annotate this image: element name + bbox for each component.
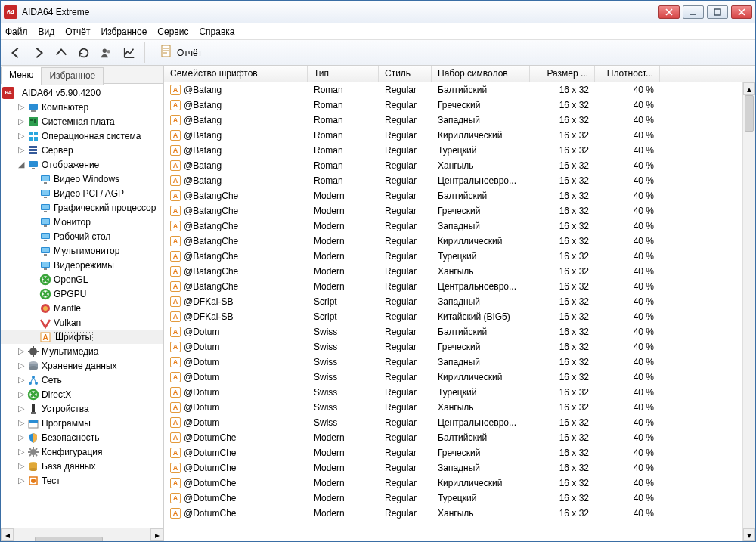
tree-item[interactable]: ▷Операционная система <box>1 129 163 143</box>
expand-icon[interactable]: ▷ <box>16 432 26 442</box>
table-row[interactable]: A@DFKai-SBScriptRegularКитайский (BIG5)1… <box>164 309 755 324</box>
expand-icon[interactable]: ▷ <box>16 389 26 399</box>
up-button[interactable] <box>51 42 72 63</box>
expand-icon[interactable]: ▷ <box>16 145 26 155</box>
table-row[interactable]: A@BatangRomanRegularЦентральноевро...16 … <box>164 173 755 188</box>
table-row[interactable]: A@DotumSwissRegularГреческий16 x 3240 % <box>164 339 755 355</box>
users-button[interactable] <box>96 42 117 63</box>
table-row[interactable]: A@BatangCheModernRegularТурецкий16 x 324… <box>164 249 755 264</box>
tree-item[interactable]: ◢Отображение <box>1 157 163 172</box>
table-row[interactable]: A@BatangRomanRegularХангыль16 x 3240 % <box>164 158 755 173</box>
expand-icon[interactable]: ▷ <box>16 131 26 141</box>
tree-root[interactable]: 64AIDA64 v5.90.4200 <box>1 85 163 100</box>
menu-tools[interactable]: Сервис <box>157 26 188 37</box>
table-row[interactable]: A@BatangCheModernRegularГреческий16 x 32… <box>164 203 755 218</box>
col-density[interactable]: Плотност... <box>595 66 660 82</box>
col-family[interactable]: Семейство шрифтов <box>164 66 308 82</box>
grid-vertical-scrollbar[interactable]: ▴ ▾ <box>742 82 755 541</box>
tree-item[interactable]: Рабочий стол <box>1 229 163 243</box>
chart-button[interactable] <box>119 42 140 63</box>
table-row[interactable]: A@DotumSwissRegularКириллический16 x 324… <box>164 370 755 385</box>
table-row[interactable]: A@DotumCheModernRegularБалтийский16 x 32… <box>164 430 755 445</box>
tree-item[interactable]: GPGPU <box>1 286 163 301</box>
tree-item[interactable]: ▷Системная плата <box>1 114 163 129</box>
tree-item[interactable]: Мультимонитор <box>1 243 163 258</box>
table-row[interactable]: A@BatangCheModernRegularКириллический16 … <box>164 234 755 249</box>
table-row[interactable]: A@DotumCheModernRegularГреческий16 x 324… <box>164 445 755 460</box>
tab-favorites[interactable]: Избранное <box>41 67 104 85</box>
tree-item[interactable]: ▷Безопасность <box>1 430 163 444</box>
tree-item[interactable]: ▷Конфигурация <box>1 444 163 459</box>
report-button[interactable]: Отчёт <box>153 42 209 63</box>
back-button[interactable] <box>5 42 26 63</box>
tree-horizontal-scrollbar[interactable]: ◂ ▸ <box>1 528 163 541</box>
close-secondary-button[interactable] <box>658 5 680 19</box>
table-row[interactable]: A@DotumSwissRegularБалтийский16 x 3240 % <box>164 324 755 339</box>
table-row[interactable]: A@DotumCheModernRegularКириллический16 x… <box>164 475 755 491</box>
expand-icon[interactable]: ▷ <box>16 102 26 112</box>
col-size[interactable]: Размер ... <box>530 66 595 82</box>
table-row[interactable]: A@DotumSwissRegularЦентральноевро...16 x… <box>164 415 755 430</box>
navigation-tree[interactable]: 64AIDA64 v5.90.4200▷Компьютер▷Системная … <box>1 84 163 528</box>
table-row[interactable]: A@BatangCheModernRegularБалтийский16 x 3… <box>164 188 755 203</box>
tree-item[interactable]: OpenGL <box>1 272 163 286</box>
col-type[interactable]: Тип <box>308 66 379 82</box>
menu-favorites[interactable]: Избранное <box>101 26 147 37</box>
tree-item[interactable]: ▷Тест <box>1 473 163 488</box>
tree-item[interactable]: ▷Программы <box>1 416 163 430</box>
scroll-down-icon[interactable]: ▾ <box>743 528 755 541</box>
col-charset[interactable]: Набор символов <box>432 66 530 82</box>
menu-report[interactable]: Отчёт <box>65 26 90 37</box>
tree-item[interactable]: ▷Сервер <box>1 143 163 157</box>
forward-button[interactable] <box>28 42 49 63</box>
table-row[interactable]: A@DotumSwissRegularЗападный16 x 3240 % <box>164 355 755 370</box>
expand-icon[interactable]: ▷ <box>16 447 26 457</box>
scroll-up-icon[interactable]: ▴ <box>743 82 755 95</box>
table-row[interactable]: A@BatangRomanRegularБалтийский16 x 3240 … <box>164 82 755 98</box>
expand-icon[interactable]: ▷ <box>16 461 26 471</box>
table-row[interactable]: A@BatangRomanRegularЗападный16 x 3240 % <box>164 113 755 128</box>
expand-icon[interactable]: ▷ <box>16 116 26 126</box>
table-row[interactable]: A@BatangRomanRegularТурецкий16 x 3240 % <box>164 143 755 158</box>
col-style[interactable]: Стиль <box>379 66 432 82</box>
table-row[interactable]: A@DotumCheModernRegularТурецкий16 x 3240… <box>164 491 755 506</box>
tree-item[interactable]: ▷Устройства <box>1 401 163 416</box>
tree-item[interactable]: ▷Сеть <box>1 373 163 387</box>
refresh-button[interactable] <box>73 42 94 63</box>
scroll-left-icon[interactable]: ◂ <box>1 528 14 541</box>
expand-icon[interactable]: ▷ <box>16 418 26 428</box>
scrollbar-thumb[interactable] <box>745 95 754 132</box>
table-row[interactable]: A@DFKai-SBScriptRegularЗападный16 x 3240… <box>164 294 755 309</box>
expand-icon[interactable]: ▷ <box>16 375 26 385</box>
table-row[interactable]: A@DotumSwissRegularХангыль16 x 3240 % <box>164 400 755 415</box>
table-row[interactable]: A@BatangCheModernRegularХангыль16 x 3240… <box>164 264 755 279</box>
maximize-button[interactable] <box>707 5 728 19</box>
expand-icon[interactable]: ▷ <box>16 404 26 413</box>
table-row[interactable]: A@BatangCheModernRegularЗападный16 x 324… <box>164 218 755 234</box>
tree-item[interactable]: Графический процессор <box>1 200 163 215</box>
table-row[interactable]: A@BatangRomanRegularГреческий16 x 3240 % <box>164 98 755 113</box>
expand-icon[interactable]: ▷ <box>16 361 26 370</box>
menu-file[interactable]: Файл <box>5 26 28 37</box>
tree-item[interactable]: ▷DirectX <box>1 387 163 401</box>
table-row[interactable]: A@DotumSwissRegularТурецкий16 x 3240 % <box>164 385 755 400</box>
tree-item[interactable]: ▷Хранение данных <box>1 358 163 373</box>
tree-item[interactable]: Видео PCI / AGP <box>1 186 163 200</box>
table-row[interactable]: A@DotumCheModernRegularЗападный16 x 3240… <box>164 460 755 475</box>
scroll-right-icon[interactable]: ▸ <box>150 528 163 541</box>
expand-icon[interactable]: ▷ <box>16 475 26 485</box>
table-row[interactable]: A@BatangCheModernRegularЦентральноевро..… <box>164 279 755 294</box>
menu-help[interactable]: Справка <box>199 26 234 37</box>
expand-icon[interactable]: ◢ <box>16 160 26 169</box>
tree-item[interactable]: AШрифты <box>1 330 163 344</box>
tree-item[interactable]: Видео Windows <box>1 172 163 186</box>
tree-item[interactable]: Vulkan <box>1 315 163 330</box>
tree-item[interactable]: Mantle <box>1 301 163 315</box>
tree-item[interactable]: ▷Мультимедиа <box>1 344 163 358</box>
tree-item[interactable]: ▷База данных <box>1 459 163 473</box>
grid-body[interactable]: A@BatangRomanRegularБалтийский16 x 3240 … <box>164 82 755 541</box>
close-button[interactable] <box>731 5 752 19</box>
table-row[interactable]: A@BatangRomanRegularКириллический16 x 32… <box>164 128 755 143</box>
tree-item[interactable]: Монитор <box>1 215 163 229</box>
tree-item[interactable]: ▷Компьютер <box>1 100 163 114</box>
